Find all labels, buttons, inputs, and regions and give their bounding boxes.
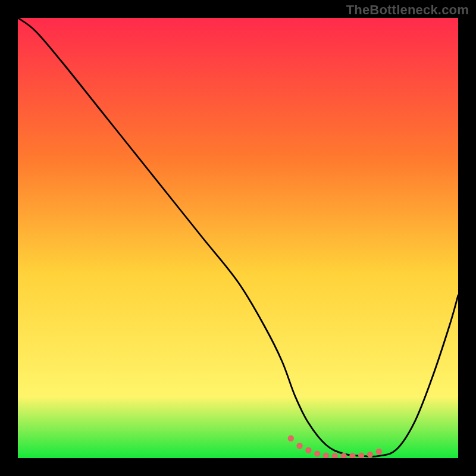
marker-dot xyxy=(288,436,294,441)
chart-svg xyxy=(18,18,458,458)
plot-area xyxy=(18,18,458,458)
marker-dot xyxy=(314,450,320,456)
watermark-text: TheBottleneck.com xyxy=(346,2,469,18)
chart-frame: TheBottleneck.com xyxy=(0,0,476,476)
marker-dot xyxy=(305,447,311,453)
marker-dot xyxy=(296,443,302,449)
marker-dot xyxy=(367,452,373,458)
gradient-background xyxy=(18,18,458,458)
marker-dot xyxy=(376,449,382,455)
